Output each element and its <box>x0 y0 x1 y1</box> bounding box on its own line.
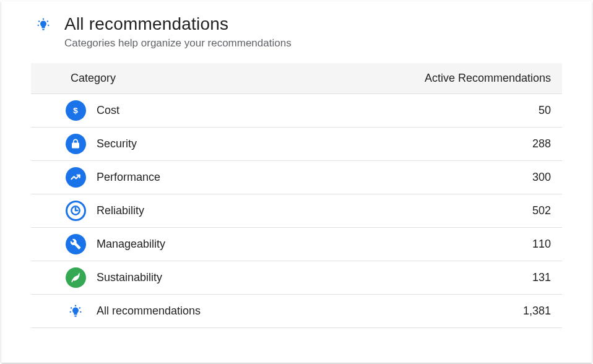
svg-point-13 <box>80 311 81 313</box>
column-category: Category <box>71 72 425 85</box>
lightbulb-icon <box>69 304 82 318</box>
performance-icon <box>66 167 86 188</box>
row-performance[interactable]: Performance 300 <box>31 161 562 194</box>
recommendations-table: Category Active Recommendations $ Cost 5… <box>31 63 562 328</box>
svg-point-12 <box>70 311 71 313</box>
row-label: Security <box>94 137 501 150</box>
header-text: All recommendations Categories help orga… <box>64 14 292 50</box>
row-manageability[interactable]: Manageability 110 <box>31 228 562 261</box>
row-count: 502 <box>501 204 551 217</box>
svg-text:$: $ <box>73 106 78 115</box>
page-title: All recommendations <box>64 14 292 35</box>
row-count: 131 <box>501 271 551 284</box>
row-label: Performance <box>94 171 501 184</box>
cost-icon: $ <box>66 100 86 121</box>
row-count: 300 <box>501 171 551 184</box>
row-label: Sustainability <box>94 271 501 284</box>
svg-point-1 <box>38 20 40 22</box>
row-count: 1,381 <box>501 305 551 318</box>
row-label: All recommendations <box>94 305 501 318</box>
row-label: Cost <box>94 104 501 117</box>
svg-point-11 <box>79 307 80 308</box>
svg-point-9 <box>75 305 76 306</box>
sustainability-icon <box>66 267 86 288</box>
row-count: 50 <box>501 104 551 117</box>
security-icon <box>66 134 86 154</box>
manageability-icon <box>66 234 86 254</box>
reliability-icon <box>66 201 86 221</box>
row-count: 110 <box>501 238 551 251</box>
column-active: Active Recommendations <box>425 72 551 85</box>
header: All recommendations Categories help orga… <box>31 14 586 50</box>
svg-point-4 <box>48 25 49 26</box>
table-header: Category Active Recommendations <box>31 63 562 94</box>
row-all[interactable]: All recommendations 1,381 <box>31 295 562 328</box>
row-security[interactable]: Security 288 <box>31 128 562 161</box>
header-icon-wrap <box>31 14 56 31</box>
row-label: Manageability <box>94 238 501 251</box>
page-subtitle: Categories help organize your recommenda… <box>64 37 292 50</box>
svg-point-0 <box>43 19 44 20</box>
lightbulb-icon <box>37 17 50 31</box>
svg-point-2 <box>47 20 48 22</box>
row-sustainability[interactable]: Sustainability 131 <box>31 261 562 295</box>
svg-point-10 <box>71 307 72 308</box>
row-cost[interactable]: $ Cost 50 <box>31 94 562 128</box>
row-reliability[interactable]: Reliability 502 <box>31 194 562 228</box>
row-label: Reliability <box>94 204 501 217</box>
row-count: 288 <box>501 137 551 150</box>
recommendations-card: All recommendations Categories help orga… <box>1 1 592 363</box>
svg-point-3 <box>38 25 39 26</box>
